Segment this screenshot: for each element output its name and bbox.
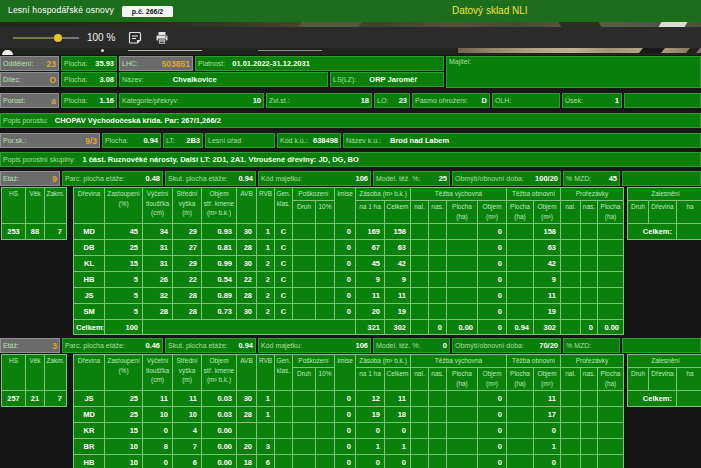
table-cell: 19 (356, 407, 384, 422)
table-cell: 5 (105, 304, 142, 319)
table-cell: 0.99 (202, 256, 236, 271)
zoom-slider[interactable] (13, 27, 79, 48)
table-cell: 0.93 (202, 224, 236, 239)
table-cell (507, 407, 533, 422)
table-cell: 0.54 (202, 272, 236, 287)
field-value: 1 (615, 96, 619, 105)
table-cell: 1 (257, 240, 274, 255)
field-value: 23 (399, 96, 407, 105)
table-cell (316, 304, 334, 319)
table-cell (447, 391, 477, 406)
total-cell (411, 320, 428, 334)
field-label: LHC: (122, 60, 138, 67)
column-header-tezba-vychovna: Těžba výchovná (411, 355, 506, 367)
field-row-porsk: Por.sk.: 9/3 Plocha: 0.94 LT: 2B3 Lesní … (0, 133, 701, 148)
table-cell (507, 256, 533, 271)
field-empty (622, 171, 701, 186)
zalesneni-total-label: Celkem: (628, 391, 676, 406)
field-value: 9 (52, 174, 57, 184)
notes-icon[interactable] (128, 31, 142, 45)
column-subheader-nal: nal. (411, 368, 428, 390)
table-cell: 0 (335, 423, 355, 438)
table-cell: 10 (173, 407, 201, 422)
printer-icon[interactable] (155, 31, 169, 45)
field-row-dilec: Dílec: O Plocha: 3.08 Název: Chvalkovice… (0, 72, 701, 87)
table-cell: JS (74, 391, 104, 406)
table-cell: 0 (385, 423, 410, 438)
field-row-etaz-1: Etáž:9Parc. plocha etáže:0.48Skut. ploch… (0, 171, 701, 186)
table-cell (429, 391, 446, 406)
field-label: Kód k.ú.: (280, 137, 308, 144)
column-header-vycetni: Výčetní tloušťka (cm) (143, 355, 172, 390)
table-cell: 32 (143, 288, 172, 303)
column-subheader-nal: nal. (561, 368, 580, 390)
table-cell: 28 (237, 288, 256, 303)
table-cell (447, 288, 477, 303)
field-kod-majetku: Kód majetku:106 (258, 338, 371, 353)
field-label: Por.sk.: (3, 137, 26, 144)
column-subheader-celkem: Celkem (385, 201, 410, 223)
field-value: 3 (52, 341, 57, 351)
table-cell: 0 (385, 455, 410, 468)
etaz-section-1: HSVěkZakm.253887DřevinaZastoupení (%)Výč… (0, 187, 701, 337)
page-title: Lesní hospodářské osnovy (8, 5, 114, 15)
form-scroll-area[interactable]: Oddělení: 23 Plocha: 35.93 LHC: 503851 P… (0, 55, 701, 468)
column-header-zakm: Zakm. (45, 188, 66, 223)
table-cell (316, 407, 334, 422)
table-cell: 28 (237, 240, 256, 255)
table-cell (581, 423, 597, 438)
column-subheader-nas: nas. (581, 201, 597, 223)
table-cell: 30 (237, 304, 256, 319)
table-cell: 2 (257, 272, 274, 287)
zoom-slider-knob[interactable] (54, 34, 62, 42)
table-cell: 22 (237, 272, 256, 287)
table-cell (561, 391, 580, 406)
column-subheader-na1ha: na 1 ha (356, 368, 384, 390)
table-cell (293, 455, 315, 468)
table-cell: 3 (257, 439, 274, 454)
table-cell: C (275, 304, 292, 319)
table-cell: 1 (257, 407, 274, 422)
table-cell: 158 (385, 224, 410, 239)
field-porost: Porost: a (0, 93, 59, 108)
column-header-avb: AVB (237, 355, 256, 390)
field-label: % MZD: (566, 342, 591, 349)
column-header-avb: AVB (237, 188, 256, 223)
column-subheader-plocha_ha: Plocha (ha) (507, 201, 533, 223)
column-header-drevina: Dřevina (74, 188, 104, 223)
table-cell (581, 455, 597, 468)
table-cell: C (275, 240, 292, 255)
field-value: ORP Jaroměř (369, 75, 417, 84)
column-subheader-nas: nas. (429, 201, 446, 223)
table-cell: 67 (356, 240, 384, 255)
table-cell (581, 304, 597, 319)
table-cell: 0 (143, 455, 172, 468)
map-scale-line (128, 50, 202, 51)
table-cell (293, 256, 315, 271)
field-label: Obmýtí/obnovní doba: (455, 175, 524, 182)
table-cell (293, 304, 315, 319)
field-label: Skut. plocha etáže: (168, 342, 228, 349)
table-cell: C (275, 288, 292, 303)
field-row-oddeleni: Oddělení: 23 Plocha: 35.93 LHC: 503851 P… (0, 56, 701, 71)
table-cell: 18 (237, 455, 256, 468)
field-obmyti-obnovni: Obmýtí/obnovní doba:70/20 (452, 338, 561, 353)
table-cell: 0.73 (202, 304, 236, 319)
column-header-rvb: RVB (257, 355, 274, 390)
table-cell (316, 224, 334, 239)
field-label: Lesní úřad (208, 137, 241, 144)
field-label: Platnost: (198, 60, 225, 67)
table-cell: 0 (335, 256, 355, 271)
app-header-bar: Lesní hospodářské osnovy p.č. 266/2 Dato… (0, 0, 701, 22)
table-cell: 11 (385, 391, 410, 406)
column-header-gen_klas: Gen. klas. (275, 355, 292, 390)
table-cell: 22 (173, 272, 201, 287)
parcel-badge[interactable]: p.č. 266/2 (122, 6, 173, 17)
table-cell: MD (74, 407, 104, 422)
total-cell: 0 (581, 320, 597, 334)
table-cell: 0.00 (202, 439, 236, 454)
table-cell: JS (74, 288, 104, 303)
table-cell (429, 423, 446, 438)
table-cell: 6 (257, 455, 274, 468)
table-cell: 0 (143, 423, 172, 438)
